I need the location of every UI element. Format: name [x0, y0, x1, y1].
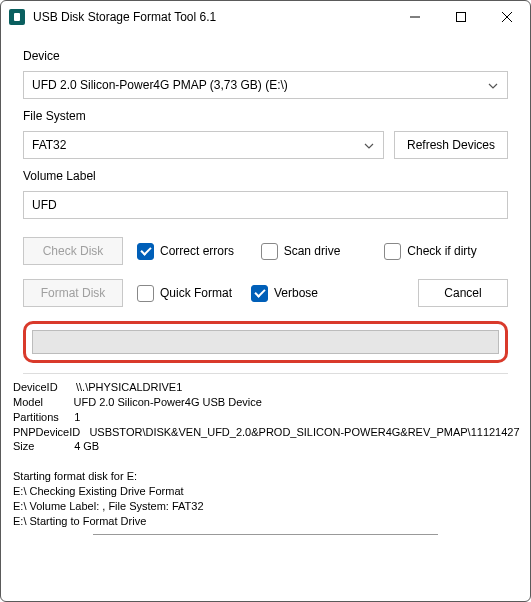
checkbox-icon [384, 243, 401, 260]
filesystem-label: File System [23, 109, 508, 123]
progress-bar [32, 330, 499, 354]
device-select[interactable]: UFD 2.0 Silicon-Power4G PMAP (3,73 GB) (… [23, 71, 508, 99]
window-title: USB Disk Storage Format Tool 6.1 [33, 10, 392, 24]
correct-errors-checkbox[interactable]: Correct errors [137, 237, 261, 265]
svg-rect-1 [457, 13, 466, 22]
volumelabel-value: UFD [32, 198, 57, 212]
app-icon [9, 9, 25, 25]
maximize-button[interactable] [438, 1, 484, 33]
device-selected-value: UFD 2.0 Silicon-Power4G PMAP (3,73 GB) (… [32, 78, 288, 92]
minimize-button[interactable] [392, 1, 438, 33]
close-button[interactable] [484, 1, 530, 33]
main-panel: Device UFD 2.0 Silicon-Power4G PMAP (3,7… [1, 33, 530, 363]
checkbox-icon [251, 285, 268, 302]
quick-format-checkbox[interactable]: Quick Format [137, 285, 237, 302]
volumelabel-label: Volume Label [23, 169, 508, 183]
log-output: DeviceID \\.\PHYSICALDRIVE1 Model UFD 2.… [1, 376, 530, 543]
checkbox-icon [137, 243, 154, 260]
cancel-button[interactable]: Cancel [418, 279, 508, 307]
chevron-down-icon [487, 80, 499, 95]
filesystem-selected-value: FAT32 [32, 138, 66, 152]
device-label: Device [23, 49, 508, 63]
volumelabel-input[interactable]: UFD [23, 191, 508, 219]
verbose-checkbox[interactable]: Verbose [251, 285, 351, 302]
chevron-down-icon [363, 140, 375, 155]
titlebar: USB Disk Storage Format Tool 6.1 [1, 1, 530, 33]
checkbox-icon [137, 285, 154, 302]
check-disk-button: Check Disk [23, 237, 123, 265]
checkbox-icon [261, 243, 278, 260]
check-if-dirty-checkbox[interactable]: Check if dirty [384, 237, 508, 265]
format-disk-button: Format Disk [23, 279, 123, 307]
filesystem-select[interactable]: FAT32 [23, 131, 384, 159]
scan-drive-checkbox[interactable]: Scan drive [261, 237, 385, 265]
progress-highlight [23, 321, 508, 363]
refresh-devices-button[interactable]: Refresh Devices [394, 131, 508, 159]
divider [23, 373, 508, 374]
